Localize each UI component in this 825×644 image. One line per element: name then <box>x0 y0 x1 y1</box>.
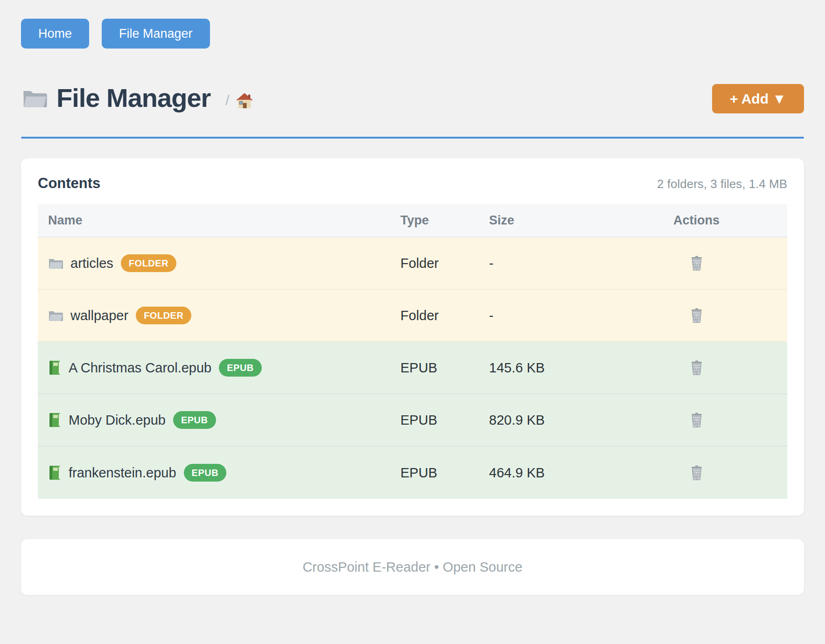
column-header-actions: Actions <box>606 213 787 228</box>
type-cell: Folder <box>400 308 489 323</box>
column-header-type: Type <box>400 213 489 228</box>
file-name-link[interactable]: wallpaper <box>70 308 128 323</box>
folder-badge: FOLDER <box>136 307 191 324</box>
delete-button[interactable] <box>688 463 705 482</box>
contents-card: Contents 2 folders, 3 files, 1.4 MB Name… <box>21 158 804 516</box>
file-name-link[interactable]: frankenstein.epub <box>69 465 176 481</box>
table-row: A Christmas Carol.epub EPUB EPUB 145.6 K… <box>38 342 787 394</box>
top-nav: Home File Manager <box>21 19 804 49</box>
footer: CrossPoint E-Reader • Open Source <box>21 539 804 595</box>
contents-heading: Contents <box>38 175 100 192</box>
epub-badge: EPUB <box>219 359 262 377</box>
file-name-link[interactable]: A Christmas Carol.epub <box>69 360 211 376</box>
column-header-size: Size <box>489 213 606 228</box>
trash-icon <box>690 465 703 480</box>
file-manager-page: Home File Manager File Manager / + Add ▼… <box>0 0 825 644</box>
nav-file-manager-button[interactable]: File Manager <box>102 19 210 49</box>
add-button[interactable]: + Add ▼ <box>712 84 804 113</box>
size-cell: 464.9 KB <box>489 465 606 481</box>
breadcrumb-home-icon[interactable] <box>236 92 253 108</box>
delete-button[interactable] <box>688 411 705 429</box>
table-row: articles FOLDER Folder - <box>38 238 787 290</box>
delete-button[interactable] <box>688 254 705 273</box>
file-name-link[interactable]: articles <box>70 256 113 271</box>
table-body: articles FOLDER Folder - <box>38 238 787 499</box>
type-cell: EPUB <box>400 413 489 428</box>
delete-button[interactable] <box>688 358 705 377</box>
contents-summary: 2 folders, 3 files, 1.4 MB <box>100 177 787 191</box>
page-header: File Manager / + Add ▼ <box>21 82 804 113</box>
table-row: wallpaper FOLDER Folder - <box>38 290 787 342</box>
file-name-link[interactable]: Moby Dick.epub <box>69 413 166 428</box>
delete-button[interactable] <box>688 306 705 325</box>
folder-icon <box>48 256 63 270</box>
folder-badge: FOLDER <box>121 254 176 272</box>
type-cell: Folder <box>400 256 489 271</box>
page-title: File Manager <box>56 83 210 113</box>
size-cell: 820.9 KB <box>489 413 606 428</box>
green-book-icon <box>48 413 61 427</box>
type-cell: EPUB <box>400 465 489 481</box>
size-cell: - <box>489 308 606 323</box>
trash-icon <box>690 256 703 271</box>
green-book-icon <box>48 465 61 480</box>
epub-badge: EPUB <box>184 464 227 482</box>
folder-icon <box>21 86 48 110</box>
green-book-icon <box>48 360 61 375</box>
footer-text: CrossPoint E-Reader • Open Source <box>302 560 522 575</box>
file-table: Name Type Size Actions articles FOLDER F… <box>38 204 787 499</box>
table-header-row: Name Type Size Actions <box>38 204 787 238</box>
table-row: frankenstein.epub EPUB EPUB 464.9 KB <box>38 447 787 499</box>
epub-badge: EPUB <box>173 411 216 429</box>
trash-icon <box>690 413 703 427</box>
trash-icon <box>690 360 703 375</box>
column-header-name: Name <box>38 213 400 228</box>
folder-icon <box>48 308 63 322</box>
type-cell: EPUB <box>400 360 489 376</box>
title-divider <box>21 137 804 139</box>
nav-home-button[interactable]: Home <box>21 19 89 49</box>
size-cell: - <box>489 256 606 271</box>
breadcrumb-separator: / <box>225 92 229 108</box>
table-row: Moby Dick.epub EPUB EPUB 820.9 KB <box>38 394 787 447</box>
trash-icon <box>690 308 703 323</box>
size-cell: 145.6 KB <box>489 360 606 376</box>
